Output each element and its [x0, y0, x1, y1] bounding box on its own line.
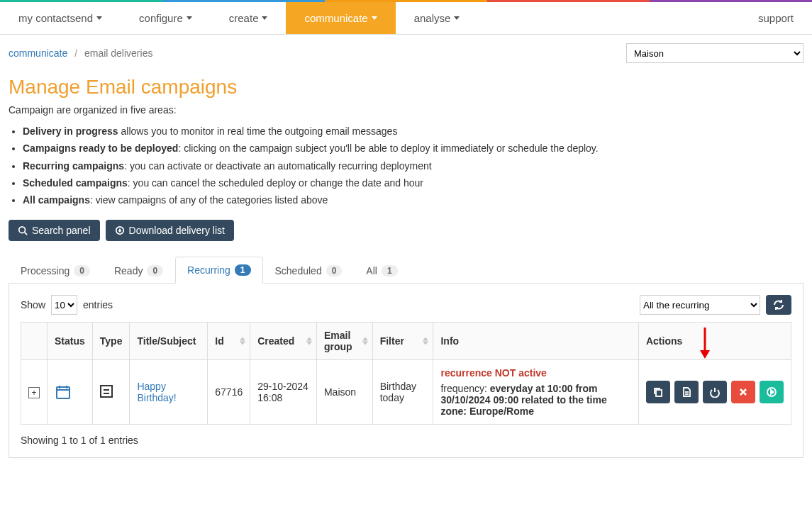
download-list-button[interactable]: Download delivery list — [106, 220, 234, 241]
tab-processing[interactable]: Processing0 — [9, 257, 102, 284]
play-circle-icon — [766, 386, 777, 398]
show-label: Show — [21, 299, 45, 311]
tab-ready[interactable]: Ready0 — [102, 257, 175, 284]
caret-icon — [372, 16, 377, 20]
nav-analyse[interactable]: analyse — [396, 2, 479, 34]
table-footer-info: Showing 1 to 1 of 1 entries — [21, 435, 791, 446]
col-id[interactable]: Id — [208, 323, 250, 360]
refresh-icon — [773, 299, 784, 311]
tab-scheduled[interactable]: Scheduled0 — [263, 257, 355, 284]
description-list: Delivery in progress allows you to monit… — [23, 124, 803, 207]
recurrence-status: recurrence NOT active — [440, 367, 630, 379]
campaign-filter: Birthday today — [372, 360, 433, 425]
delete-button[interactable] — [731, 381, 755, 403]
table-panel: Show 10 entries All the recurring Status… — [9, 284, 803, 458]
campaign-title-link[interactable]: Happy Birthday! — [137, 381, 176, 403]
campaign-id: 67716 — [208, 360, 250, 425]
copy-button[interactable] — [646, 381, 670, 403]
activate-button[interactable] — [703, 381, 727, 403]
svg-rect-13 — [656, 390, 662, 396]
page-subtitle: Campaign are organized in five areas: — [9, 104, 803, 116]
details-button[interactable] — [674, 381, 699, 403]
campaign-created: 29-10-2024 16:08 — [250, 360, 317, 425]
nav-configure[interactable]: configure — [121, 2, 211, 34]
download-icon — [115, 225, 125, 235]
power-icon — [709, 386, 721, 398]
tab-recurring[interactable]: Recurring1 — [175, 257, 262, 284]
col-type[interactable]: Type — [92, 323, 130, 360]
copy-icon — [652, 386, 664, 398]
calendar-icon — [55, 384, 85, 401]
refresh-button[interactable] — [766, 295, 791, 315]
nav-create[interactable]: create — [211, 2, 287, 34]
campaign-tabs: Processing0 Ready0 Recurring1 Scheduled0… — [9, 257, 803, 284]
main-nav: my contactsend configure create communic… — [0, 2, 812, 35]
col-expand — [21, 323, 48, 360]
database-select[interactable]: Maison — [626, 43, 803, 63]
col-filter[interactable]: Filter — [372, 323, 433, 360]
search-icon — [18, 225, 28, 235]
col-info: Info — [433, 323, 638, 360]
document-icon — [681, 386, 692, 398]
page-title: Manage Email campaigns — [9, 76, 803, 99]
col-actions: Actions — [638, 323, 791, 360]
col-title[interactable]: Title/Subject — [130, 323, 208, 360]
status-cell — [48, 360, 93, 425]
svg-rect-3 — [57, 387, 69, 398]
breadcrumb: communicate / email deliveries — [9, 45, 152, 62]
expand-row-button[interactable]: + — [28, 387, 40, 398]
table-row: + Happy Birthday! 67716 29-10-2024 16:08… — [21, 360, 791, 425]
type-cell — [92, 360, 130, 425]
nav-mycontactsend[interactable]: my contactsend — [0, 2, 121, 34]
tab-all[interactable]: All1 — [354, 257, 409, 284]
newsletter-icon — [100, 385, 113, 398]
campaigns-table: Status Type Title/Subject Id Created Ema… — [21, 322, 791, 425]
caret-icon — [187, 16, 192, 20]
page-size-select[interactable]: 10 — [51, 295, 77, 315]
breadcrumb-root[interactable]: communicate — [9, 47, 67, 59]
svg-point-0 — [19, 227, 26, 233]
run-button[interactable] — [760, 381, 784, 403]
col-created[interactable]: Created — [250, 323, 317, 360]
actions-cell — [638, 360, 791, 425]
nav-support[interactable]: support — [740, 2, 812, 34]
campaign-info: recurrence NOT active frequency: everyda… — [433, 360, 638, 425]
svg-line-1 — [25, 233, 28, 235]
col-status[interactable]: Status — [48, 323, 93, 360]
campaign-group: Maison — [316, 360, 372, 425]
nav-communicate[interactable]: communicate — [286, 2, 395, 34]
entries-label: entries — [83, 299, 113, 311]
breadcrumb-current: email deliveries — [84, 47, 152, 59]
caret-icon — [262, 16, 267, 20]
search-panel-button[interactable]: Search panel — [9, 220, 100, 241]
col-group[interactable]: Email group — [316, 323, 372, 360]
recurring-filter-select[interactable]: All the recurring — [640, 295, 760, 315]
caret-icon — [454, 16, 460, 20]
caret-icon — [96, 16, 102, 20]
close-icon — [738, 387, 748, 397]
